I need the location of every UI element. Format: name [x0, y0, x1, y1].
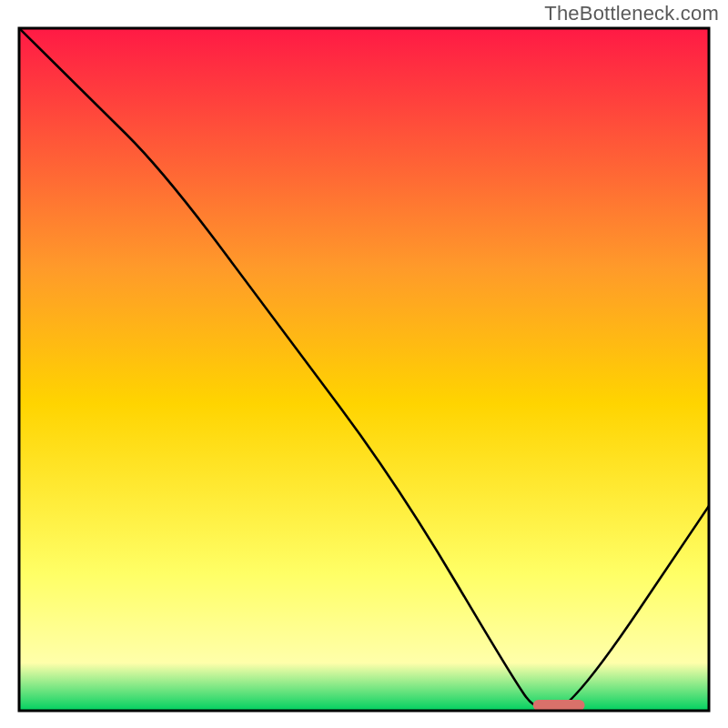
- optimal-range-marker: [533, 700, 585, 711]
- bottleneck-chart: [0, 0, 728, 728]
- chart-container: TheBottleneck.com: [0, 0, 728, 728]
- attribution-text: TheBottleneck.com: [544, 2, 719, 25]
